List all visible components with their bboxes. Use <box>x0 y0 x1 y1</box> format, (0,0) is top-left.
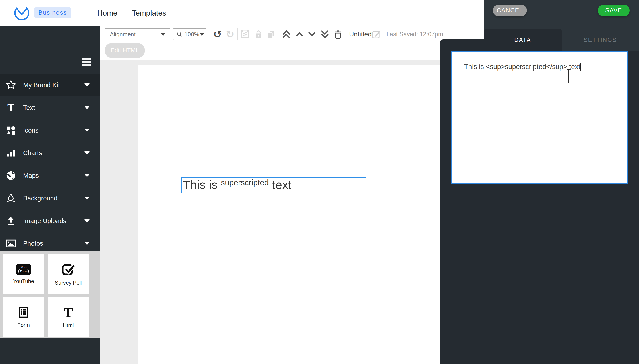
sidebar-item-image-uploads[interactable]: Image Uploads <box>0 210 100 232</box>
send-backward-icon <box>307 29 317 39</box>
shapes-icon <box>5 125 16 136</box>
nav-home[interactable]: Home <box>97 0 118 26</box>
document-title[interactable]: Untitled <box>349 28 372 40</box>
tab-data[interactable]: DATA <box>484 29 562 50</box>
lock-button[interactable] <box>253 28 264 40</box>
sidebar-item-label: Image Uploads <box>23 217 66 224</box>
upload-icon <box>5 215 16 226</box>
sidebar-item-label: Charts <box>23 149 42 157</box>
edit-pencil-icon <box>371 29 381 39</box>
lock-icon <box>254 30 263 39</box>
bring-to-front-button[interactable] <box>280 28 292 40</box>
rename-title-button[interactable] <box>370 28 382 40</box>
duplicate-button[interactable] <box>265 28 277 40</box>
zoom-level-value: 100% <box>184 31 199 38</box>
toolbar-divider <box>344 28 344 40</box>
alignment-dropdown[interactable]: Alignment <box>104 28 170 40</box>
edit-html-button[interactable]: Edit HTML <box>104 43 145 58</box>
send-backward-button[interactable] <box>306 28 318 40</box>
canvas-text-element[interactable]: This is superscripted text <box>181 177 366 193</box>
chevron-down-icon <box>84 106 90 109</box>
globe-icon <box>5 170 16 181</box>
bar-chart-icon <box>5 148 16 158</box>
last-saved-status: Last Saved: 12:07pm <box>386 28 443 40</box>
sidebar-item-label: My Brand Kit <box>23 82 60 89</box>
hamburger-menu-icon[interactable] <box>82 58 92 66</box>
group-frame-icon <box>240 29 250 39</box>
tile-label: Html <box>63 322 74 328</box>
photo-icon <box>5 238 16 249</box>
serif-t-icon: T <box>64 306 73 319</box>
html-data-input-value: This is <sup>superscripted</sup> text <box>464 63 580 70</box>
chevron-down-icon <box>161 33 166 36</box>
panel-tabs: DATA SETTINGS <box>484 29 639 50</box>
sidebar-item-text[interactable]: T Text <box>0 96 100 119</box>
bring-forward-button[interactable] <box>294 28 305 40</box>
sidebar-menu: My Brand Kit T Text <box>0 74 100 278</box>
sidebar-item-my-brand-kit[interactable]: My Brand Kit <box>0 74 100 96</box>
business-plan-badge: Business <box>34 7 72 18</box>
toolbar-divider <box>279 28 279 40</box>
tile-label: Form <box>17 322 30 328</box>
chevron-down-icon <box>84 129 90 132</box>
redo-button[interactable]: ↻ <box>224 28 236 40</box>
undo-button[interactable]: ↺ <box>212 28 223 40</box>
star-icon <box>5 80 16 90</box>
group-frame-button[interactable] <box>239 28 251 40</box>
magnifier-icon <box>176 31 183 37</box>
cancel-button[interactable]: CANCEL <box>493 5 527 16</box>
tab-settings[interactable]: SETTINGS <box>562 29 639 50</box>
chevron-down-icon <box>199 33 204 36</box>
sidebar-item-icons[interactable]: Icons <box>0 119 100 142</box>
save-button[interactable]: SAVE <box>598 5 630 16</box>
chevron-down-icon <box>84 219 90 222</box>
redo-icon: ↻ <box>226 29 234 39</box>
undo-icon: ↺ <box>213 29 222 39</box>
trash-icon <box>333 30 343 39</box>
tile-label: YouTube <box>13 278 34 284</box>
sidebar-item-label: Photos <box>23 240 43 247</box>
app-window: Business Home Templates My Brand Kit <box>0 0 639 364</box>
zoom-dropdown[interactable]: 100% <box>173 28 206 40</box>
nav-templates[interactable]: Templates <box>132 0 166 26</box>
tile-form[interactable]: Form <box>3 297 44 337</box>
survey-check-icon <box>61 262 76 276</box>
sidebar-item-label: Maps <box>23 172 39 179</box>
tile-html[interactable]: T Html <box>48 297 88 337</box>
sidebar-item-charts[interactable]: Charts <box>0 142 100 164</box>
youtube-icon: You Tube <box>16 264 31 275</box>
panel-header: CANCEL SAVE <box>484 0 639 29</box>
delete-button[interactable] <box>332 28 344 40</box>
sidebar-item-label: Background <box>23 195 58 202</box>
chevron-down-icon <box>84 197 90 200</box>
form-list-icon <box>17 306 30 319</box>
tile-youtube[interactable]: You Tube YouTube <box>3 254 44 294</box>
sidebar-item-maps[interactable]: Maps <box>0 164 100 187</box>
sidebar-footer <box>0 338 100 364</box>
sidebar-item-label: Icons <box>23 127 38 134</box>
chevron-down-icon <box>84 151 90 154</box>
canvas-text-superscript: superscripted <box>221 178 269 187</box>
chevron-down-icon <box>84 174 90 177</box>
send-to-back-icon <box>320 29 330 39</box>
tile-label: Survey Poll <box>55 280 82 286</box>
sidebar-item-background[interactable]: Background <box>0 187 100 210</box>
canvas-text-prefix: This is <box>183 178 221 192</box>
serif-t-icon: T <box>5 102 16 113</box>
sidebar-item-label: Text <box>23 104 35 112</box>
bring-forward-icon <box>294 29 304 39</box>
chevron-down-icon <box>84 242 90 245</box>
toolbar: Alignment 100% ↺ ↻ <box>100 26 484 60</box>
tile-survey-poll[interactable]: Survey Poll <box>48 254 88 294</box>
text-caret <box>580 63 581 70</box>
droplet-icon <box>5 193 16 204</box>
alignment-dropdown-label: Alignment <box>110 31 136 38</box>
duplicate-icon <box>266 30 276 39</box>
visme-logo-icon[interactable] <box>14 5 30 21</box>
canvas-text-suffix: text <box>269 178 292 192</box>
canvas-page[interactable] <box>138 64 440 364</box>
chevron-down-icon <box>84 84 90 86</box>
send-to-back-button[interactable] <box>319 28 331 40</box>
toolbar-divider <box>238 28 238 40</box>
html-data-input[interactable]: This is <sup>superscripted</sup> text <box>451 51 628 184</box>
